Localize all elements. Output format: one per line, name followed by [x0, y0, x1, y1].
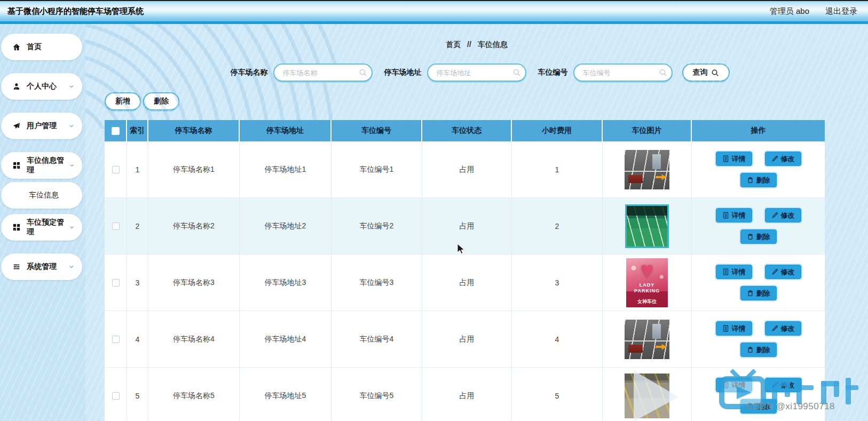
detail-button[interactable]: 详情	[716, 265, 752, 279]
row-index: 3	[127, 255, 148, 311]
pencil-icon	[771, 212, 778, 219]
edit-button[interactable]: 修改	[765, 265, 801, 279]
app-title: 基于微信小程序的智能停车场管理系统	[7, 6, 144, 17]
row-space-status: 占用	[422, 141, 512, 197]
sidebar-item-personal-center[interactable]: 个人中心	[1, 73, 82, 100]
delete-button-label: 删除	[756, 232, 770, 242]
sidebar-item-label: 车位信息管理	[27, 156, 69, 175]
delete-button-label: 删除	[756, 289, 770, 298]
row-hourly-fee: 5	[512, 368, 603, 421]
sidebar-item-label: 首页	[27, 42, 42, 52]
row-photo-cell	[603, 368, 692, 421]
search-icon	[659, 68, 667, 77]
sidebar-item-system-management[interactable]: 系统管理	[1, 253, 82, 280]
table-row: 5 停车场名称5 停车场地址5 车位编号5 占用 5 详情 修改 删除	[105, 368, 825, 421]
row-parking-name: 停车场名称3	[148, 255, 240, 311]
row-space-number: 车位编号5	[332, 368, 422, 421]
detail-button[interactable]: 详情	[716, 378, 752, 392]
add-button-label: 新增	[115, 97, 130, 106]
sidebar-item-label: 系统管理	[27, 262, 57, 272]
search-icon	[359, 68, 367, 77]
send-icon	[13, 122, 20, 130]
sidebar: 首页 个人中心 用户管理 车位信息管理 车位信息 车位预定管理 系统管	[0, 24, 85, 421]
row-space-number: 车位编号3	[332, 255, 422, 311]
row-photo-cell	[603, 141, 692, 197]
user-icon	[13, 83, 20, 90]
search-form: 停车场名称 停车场地址 车位编号 查询	[85, 63, 868, 82]
parking-address-label: 停车场地址	[384, 68, 422, 77]
menu-icon	[13, 263, 20, 271]
delete-button[interactable]: 删除	[740, 286, 777, 300]
row-parking-name: 停车场名称2	[148, 198, 240, 254]
row-checkbox[interactable]	[112, 279, 120, 287]
row-checkbox[interactable]	[112, 336, 120, 343]
col-header-space-image: 车位图片	[603, 120, 692, 141]
space-number-input[interactable]	[573, 63, 673, 82]
sidebar-item-home[interactable]: 首页	[1, 34, 82, 60]
edit-button-label: 修改	[781, 154, 795, 164]
detail-button-label: 详情	[732, 267, 746, 277]
parking-name-input[interactable]	[273, 63, 373, 82]
trash-icon	[747, 233, 754, 240]
add-button[interactable]: 新增	[105, 92, 141, 110]
logout-link[interactable]: 退出登录	[825, 6, 857, 17]
row-checkbox[interactable]	[112, 223, 120, 230]
delete-button[interactable]: 删除	[740, 173, 777, 187]
delete-button[interactable]: 删除	[740, 399, 777, 414]
grid-icon	[13, 162, 20, 169]
edit-button[interactable]: 修改	[765, 378, 801, 392]
trash-icon	[747, 177, 754, 184]
sidebar-item-label: 车位预定管理	[27, 218, 69, 237]
query-button[interactable]: 查询	[682, 63, 730, 82]
parking-photo: LADY PARKING 女神车位	[626, 258, 668, 307]
pencil-icon	[771, 155, 778, 162]
edit-button-label: 修改	[781, 267, 795, 277]
home-icon	[13, 43, 20, 51]
breadcrumb-home[interactable]: 首页	[446, 40, 461, 49]
delete-button[interactable]: 删除	[740, 343, 777, 357]
row-parking-address: 停车场地址1	[240, 141, 332, 197]
col-header-parking-name: 停车场名称	[148, 120, 240, 141]
row-checkbox[interactable]	[112, 166, 120, 173]
parking-photo	[625, 320, 669, 359]
delete-button-label: 删除	[154, 97, 169, 106]
row-parking-address: 停车场地址5	[240, 368, 332, 421]
trash-icon	[747, 346, 754, 353]
select-all-checkbox[interactable]	[112, 127, 120, 135]
chevron-down-icon	[68, 83, 75, 90]
row-actions-cell: 详情 修改 删除	[692, 311, 825, 367]
edit-button[interactable]: 修改	[765, 152, 801, 166]
row-index: 1	[127, 141, 148, 197]
delete-button[interactable]: 删除	[740, 229, 777, 244]
detail-button-label: 详情	[732, 380, 746, 390]
search-icon	[711, 69, 719, 77]
sidebar-item-parking-info[interactable]: 车位信息	[1, 182, 82, 209]
sidebar-item-label: 用户管理	[27, 121, 57, 131]
pencil-icon	[771, 268, 778, 275]
chevron-down-icon	[68, 123, 75, 129]
row-hourly-fee: 1	[512, 141, 603, 197]
row-checkbox[interactable]	[112, 392, 120, 400]
table-row: 1 停车场名称1 停车场地址1 车位编号1 占用 1 详情 修改 删除	[105, 141, 825, 198]
detail-button[interactable]: 详情	[716, 321, 752, 336]
sidebar-item-reservation-management[interactable]: 车位预定管理	[1, 214, 82, 241]
detail-button[interactable]: 详情	[716, 152, 752, 166]
detail-button[interactable]: 详情	[716, 208, 752, 223]
table-row: 2 停车场名称2 停车场地址2 车位编号2 占用 2 详情 修改 删除	[105, 198, 825, 255]
document-icon	[722, 212, 729, 219]
row-actions-cell: 详情 修改 删除	[692, 255, 825, 311]
row-actions-cell: 详情 修改 删除	[692, 368, 825, 421]
grid-icon	[13, 224, 20, 231]
parking-address-input[interactable]	[427, 63, 526, 82]
edit-button[interactable]: 修改	[765, 321, 801, 336]
select-all-cell	[105, 120, 127, 141]
edit-button[interactable]: 修改	[765, 208, 801, 223]
delete-selected-button[interactable]: 删除	[143, 92, 179, 110]
document-icon	[722, 325, 729, 332]
row-checkbox-cell	[105, 311, 127, 367]
sidebar-item-parking-info-management[interactable]: 车位信息管理	[1, 152, 82, 179]
current-user-label[interactable]: 管理员 abo	[770, 6, 809, 17]
photo-subcaption: 女神车位	[626, 298, 668, 305]
delete-button-label: 删除	[756, 176, 770, 185]
sidebar-item-user-management[interactable]: 用户管理	[1, 113, 82, 139]
